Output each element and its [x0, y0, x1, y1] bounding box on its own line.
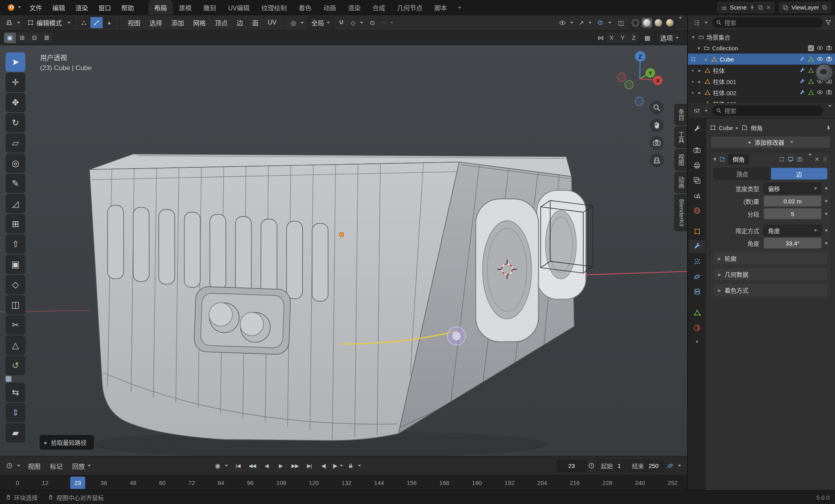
- jump-to-start-button[interactable]: |◀: [232, 460, 244, 472]
- select-subtract-button[interactable]: ⊟: [29, 33, 40, 43]
- scene-selector[interactable]: Scene: [717, 2, 775, 13]
- sidebar-tab-tool[interactable]: 工具: [674, 126, 687, 148]
- axis-neg-z[interactable]: [635, 97, 643, 106]
- tab-material[interactable]: [689, 321, 705, 334]
- render-camera-icon[interactable]: [826, 45, 832, 51]
- select-set-button[interactable]: ▣: [4, 33, 16, 43]
- pivot-point-dropdown[interactable]: ◎: [289, 17, 306, 29]
- render-camera-icon[interactable]: [826, 56, 832, 62]
- outliner-row-collection[interactable]: ▾ Collection: [688, 42, 835, 54]
- pan-hand-button[interactable]: [650, 118, 664, 132]
- expander-icon[interactable]: ▾: [691, 34, 696, 40]
- add-modifier-button[interactable]: + 添加修改器: [711, 136, 831, 148]
- mirror-x-button[interactable]: X: [606, 33, 617, 43]
- new-viewlayer-icon[interactable]: [822, 5, 827, 10]
- tabs-overflow-icon[interactable]: ▾: [696, 339, 699, 345]
- orientation-dropdown[interactable]: 全局: [307, 17, 334, 29]
- axis-neg-y[interactable]: [625, 80, 633, 89]
- mesh-data-icon[interactable]: [808, 90, 814, 96]
- collection-checkbox[interactable]: [808, 45, 814, 51]
- modifier-wrench-icon[interactable]: [799, 67, 805, 73]
- workspace-tab-sculpting[interactable]: 雕刻: [197, 0, 222, 15]
- snap-toggle-button[interactable]: [335, 17, 347, 29]
- tab-world[interactable]: [689, 204, 705, 217]
- tool-annotate[interactable]: ✎: [6, 174, 25, 193]
- width-type-dropdown[interactable]: 偏移: [764, 183, 822, 194]
- tab-output[interactable]: [689, 159, 705, 172]
- tool-move[interactable]: ✥: [6, 93, 25, 112]
- next-frame-button[interactable]: |▶: [331, 460, 344, 472]
- outliner-display-mode-button[interactable]: [691, 17, 710, 29]
- sidebar-tab-view[interactable]: 视图: [674, 149, 687, 171]
- blender-menu-button[interactable]: [4, 0, 24, 15]
- camera-view-button[interactable]: [650, 136, 664, 150]
- shading-rendered-button[interactable]: [665, 18, 675, 28]
- frame-ruler[interactable]: 0122436486072849610812013214415616818019…: [0, 475, 687, 490]
- modifier-panel-header[interactable]: ▾ 倒角: [710, 152, 831, 166]
- close-icon[interactable]: [814, 157, 820, 162]
- tool-measure[interactable]: ◿: [6, 194, 25, 213]
- sidebar-tab-item[interactable]: 条目: [674, 104, 687, 125]
- timeline-menu-playback[interactable]: 回放: [68, 460, 95, 471]
- animate-dot[interactable]: [825, 213, 827, 215]
- menu-vertex[interactable]: 顶点: [211, 17, 232, 29]
- animate-dot[interactable]: [825, 229, 827, 232]
- hide-eye-icon[interactable]: [817, 45, 823, 51]
- menu-edit[interactable]: 编辑: [47, 3, 70, 12]
- outliner-row-cylinder[interactable]: • ▸ 柱体: [688, 65, 835, 76]
- editor-type-button[interactable]: [4, 17, 22, 29]
- snap-grid-button[interactable]: ▦: [642, 32, 653, 44]
- falloff-dropdown[interactable]: ∩: [379, 17, 396, 29]
- mesh-data-icon[interactable]: [808, 79, 814, 84]
- add-workspace-button[interactable]: +: [453, 0, 466, 15]
- edge-select-button[interactable]: [90, 17, 103, 28]
- animate-dot[interactable]: [825, 187, 827, 190]
- mirror-z-button[interactable]: Z: [628, 33, 639, 43]
- tool-inset-faces[interactable]: ▣: [6, 255, 25, 274]
- playhead[interactable]: 23: [70, 477, 85, 489]
- outliner-row-cube[interactable]: ▸ Cube: [688, 54, 835, 65]
- pin-icon[interactable]: [825, 125, 831, 131]
- outliner-row-scene-collection[interactable]: ▾ 场景集合: [688, 31, 835, 42]
- tool-shear[interactable]: ▰: [6, 423, 25, 443]
- tool-knife[interactable]: ✂: [6, 315, 25, 335]
- realtime-display-toggle-icon[interactable]: [787, 156, 794, 163]
- section-profile[interactable]: ▸ 轮廓: [714, 252, 827, 264]
- modifier-wrench-icon[interactable]: [799, 90, 805, 96]
- amount-field[interactable]: 0.02 m: [764, 195, 822, 207]
- tool-transform[interactable]: ◎: [6, 153, 25, 173]
- mesh-data-icon[interactable]: [808, 56, 814, 62]
- workspace-tab-rendering[interactable]: 渲染: [342, 0, 366, 15]
- workspace-tab-layout[interactable]: 布局: [148, 0, 173, 15]
- animate-dot[interactable]: [825, 242, 827, 244]
- tool-shrink-fatten[interactable]: ⇕: [6, 403, 25, 422]
- tab-view-layer[interactable]: [689, 174, 705, 187]
- timeline-editor-type-button[interactable]: [4, 460, 22, 471]
- render-camera-icon[interactable]: [826, 89, 832, 96]
- tool-loop-cut[interactable]: ◫: [6, 295, 25, 314]
- visibility-dropdown[interactable]: [557, 17, 575, 29]
- workspace-tab-compositing[interactable]: 合成: [366, 0, 391, 15]
- next-keyframe-button[interactable]: ▶▶: [289, 460, 301, 472]
- workspace-tab-shading[interactable]: 着色: [293, 0, 317, 15]
- expander-icon[interactable]: ▸: [697, 90, 702, 96]
- shading-material-button[interactable]: [653, 18, 664, 28]
- menu-uv[interactable]: UV: [264, 17, 280, 29]
- blenderkit-widget[interactable]: [815, 63, 833, 82]
- jump-to-end-button[interactable]: ▶|: [303, 460, 316, 472]
- hide-eye-icon[interactable]: [817, 56, 823, 62]
- select-extend-button[interactable]: ⊞: [16, 33, 28, 43]
- xray-toggle-button[interactable]: ◫: [615, 17, 627, 29]
- timeline-menu-view[interactable]: 视图: [24, 460, 44, 471]
- axis-neg-x[interactable]: [617, 73, 626, 82]
- filter-icon[interactable]: [825, 19, 831, 26]
- sidebar-tab-blenderkit[interactable]: BlenderKit: [674, 194, 687, 231]
- angle-field[interactable]: 33.4°: [764, 238, 822, 249]
- outliner-search-input[interactable]: [724, 19, 819, 26]
- frame-end-field[interactable]: 结束250: [627, 460, 663, 472]
- menu-mesh[interactable]: 网格: [189, 17, 210, 29]
- section-geometry[interactable]: ▸ 几何数据: [714, 268, 827, 280]
- pin-icon[interactable]: [749, 5, 755, 10]
- auto-keying-button[interactable]: ◉: [213, 460, 230, 471]
- workspace-tab-texture-paint[interactable]: 纹理绘制: [255, 0, 293, 15]
